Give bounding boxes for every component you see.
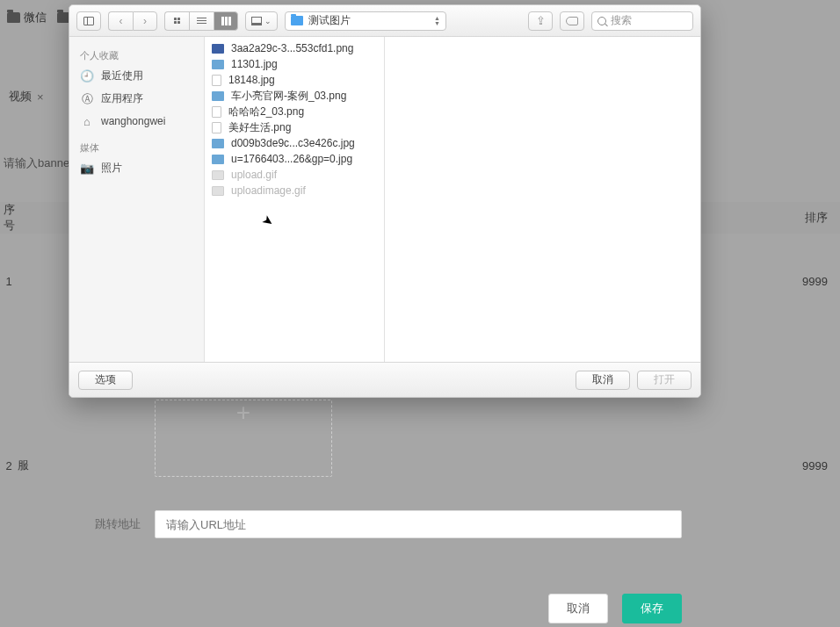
- sidebar-item[interactable]: 📷照片: [69, 156, 204, 179]
- url-input[interactable]: [155, 510, 682, 538]
- file-name: upload.gif: [231, 169, 277, 181]
- grid-icon: [174, 18, 181, 25]
- file-row[interactable]: 哈哈哈2_03.png: [205, 104, 384, 119]
- path-label: 测试图片: [308, 13, 351, 28]
- file-row: uploadimage.gif: [205, 183, 384, 198]
- url-label: 跳转地址: [95, 516, 155, 532]
- file-row[interactable]: 18148.jpg: [205, 72, 384, 88]
- sidebar-item-icon: Ⓐ: [80, 92, 94, 104]
- file-name: 3aa2a29c-3...553cfd1.png: [231, 42, 353, 54]
- file-picker-dialog: ‹ › ⌄ 测试图片 ▲▼ ⇪ 搜索 个人收藏 🕘最近使用Ⓐ应用程序⌂wangh…: [69, 4, 701, 398]
- file-thumb-icon: [212, 91, 224, 101]
- file-thumb-icon: [212, 155, 224, 164]
- file-list: 3aa2a29c-3...553cfd1.png11301.jpg18148.j…: [205, 37, 385, 362]
- sidebar-item-icon: ⌂: [80, 115, 94, 127]
- chevron-left-icon: ‹: [119, 15, 123, 27]
- gallery-icon: [251, 17, 262, 25]
- tag-icon: [566, 17, 578, 25]
- file-row[interactable]: 美好生活.png: [205, 119, 384, 135]
- file-thumb-icon: [212, 186, 224, 196]
- file-name: 11301.jpg: [231, 58, 278, 70]
- share-icon: ⇪: [536, 14, 546, 27]
- file-name: u=1766403...26&gp=0.jpg: [231, 153, 352, 165]
- file-thumb-icon: [212, 170, 224, 180]
- file-name: 美好生活.png: [228, 120, 291, 135]
- file-row: upload.gif: [205, 167, 384, 183]
- file-row[interactable]: 3aa2a29c-3...553cfd1.png: [205, 40, 384, 56]
- sidebar-item-icon: 🕘: [80, 69, 94, 82]
- preview-pane: [385, 37, 700, 362]
- columns-icon: [221, 17, 231, 25]
- file-thumb-icon: [212, 75, 221, 86]
- nav-back-button[interactable]: ‹: [108, 11, 133, 31]
- tags-button[interactable]: [560, 11, 584, 31]
- file-name: 车小亮官网-案例_03.png: [231, 89, 346, 104]
- sidebar-item-label: 照片: [101, 161, 122, 176]
- view-icons-button[interactable]: [164, 11, 189, 31]
- sidebar-item-label: wanghongwei: [101, 115, 165, 127]
- upload-dropzone[interactable]: +: [155, 400, 332, 477]
- sidebar-item[interactable]: 🕘最近使用: [69, 64, 204, 87]
- view-list-button[interactable]: [189, 11, 214, 31]
- file-thumb-icon: [212, 139, 224, 148]
- sidebar-section-favorites: 个人收藏: [69, 46, 204, 64]
- search-input[interactable]: 搜索: [591, 11, 693, 31]
- updown-icon: ▲▼: [434, 16, 440, 26]
- sidebar-item[interactable]: Ⓐ应用程序: [69, 87, 204, 110]
- options-button[interactable]: 选项: [78, 371, 133, 390]
- sidebar-section-media: 媒体: [69, 138, 204, 156]
- search-placeholder: 搜索: [611, 13, 632, 28]
- picker-open-button[interactable]: 打开: [637, 371, 692, 390]
- file-name: d009b3de9c...c3e426c.jpg: [231, 137, 355, 149]
- file-row[interactable]: 11301.jpg: [205, 56, 384, 72]
- picker-sidebar: 个人收藏 🕘最近使用Ⓐ应用程序⌂wanghongwei 媒体 📷照片: [69, 37, 205, 362]
- file-name: 哈哈哈2_03.png: [228, 104, 304, 119]
- file-thumb-icon: [212, 106, 221, 118]
- sidebar-item-icon: 📷: [80, 162, 94, 174]
- search-icon: [597, 17, 606, 25]
- file-thumb-icon: [212, 122, 221, 133]
- sidebar-item[interactable]: ⌂wanghongwei: [69, 110, 204, 133]
- save-button[interactable]: 保存: [622, 594, 682, 623]
- file-thumb-icon: [212, 44, 224, 54]
- sidebar-item-label: 最近使用: [101, 68, 143, 83]
- sidebar-icon: [83, 17, 94, 25]
- chevron-right-icon: ›: [143, 15, 147, 27]
- picker-cancel-button[interactable]: 取消: [576, 371, 630, 390]
- list-icon: [197, 18, 206, 25]
- file-row[interactable]: 车小亮官网-案例_03.png: [205, 88, 384, 104]
- file-thumb-icon: [212, 60, 224, 69]
- chevron-down-icon: ⌄: [264, 17, 272, 25]
- file-row[interactable]: u=1766403...26&gp=0.jpg: [205, 151, 384, 167]
- share-button[interactable]: ⇪: [528, 11, 553, 31]
- file-name: uploadimage.gif: [231, 184, 306, 197]
- folder-icon: [291, 16, 303, 25]
- nav-forward-button[interactable]: ›: [133, 11, 157, 31]
- sidebar-item-label: 应用程序: [101, 91, 143, 106]
- file-name: 18148.jpg: [228, 74, 275, 86]
- plus-icon: +: [236, 400, 250, 425]
- view-gallery-button[interactable]: ⌄: [245, 11, 278, 31]
- cancel-button[interactable]: 取消: [548, 594, 608, 623]
- file-row[interactable]: d009b3de9c...c3e426c.jpg: [205, 135, 384, 151]
- toggle-sidebar-button[interactable]: [76, 11, 101, 31]
- path-dropdown[interactable]: 测试图片 ▲▼: [285, 11, 446, 31]
- view-columns-button[interactable]: [214, 11, 238, 31]
